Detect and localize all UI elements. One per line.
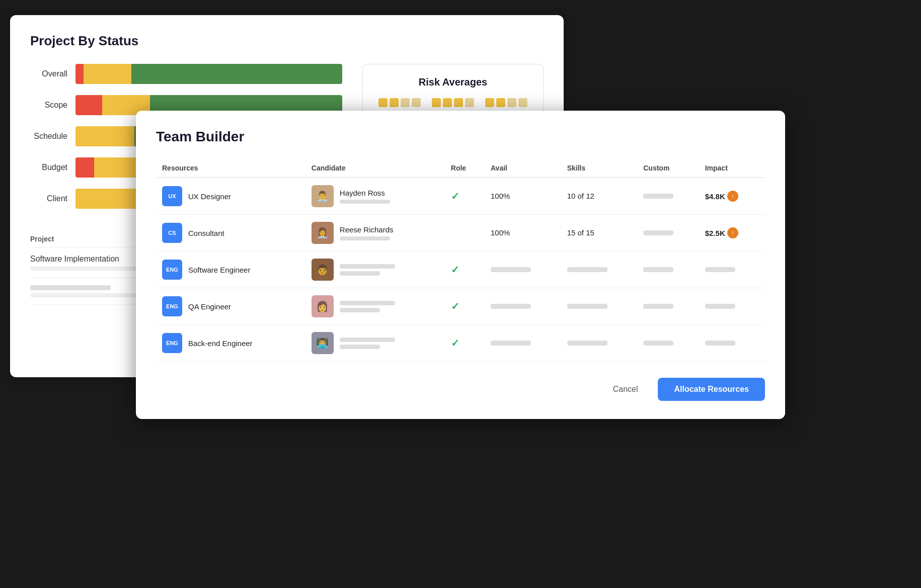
table-header: Resources Candidate Role Avail Skills Cu… [156,159,765,178]
table-row: CSConsultant👩‍💼Reese Richards100%15 of 1… [156,215,765,251]
risk-group-1 [378,98,421,107]
skills-cell [561,288,638,325]
team-builder-modal: Team Builder Resources Candidate Role Av… [136,111,785,419]
custom-bar [643,341,673,346]
risk-dot-faded [465,98,474,107]
resource-cell-content: UXUX Designer [162,186,299,206]
bar-segment-green [131,64,342,84]
risk-dot-faded [518,98,527,107]
risk-dot [390,98,399,107]
bar-label: Client [30,194,75,203]
risk-dot [443,98,452,107]
avail-text: 100% [491,228,510,237]
custom-bar [643,230,673,235]
resource-name-text: Software Engineer [188,266,250,274]
impact-cell [699,325,765,362]
team-table: Resources Candidate Role Avail Skills Cu… [156,159,765,362]
impact-cell: $4.8K↑ [699,178,765,215]
role-cell: ✓ [445,178,485,215]
resource-name-text: UX Designer [188,192,231,201]
candidate-name: Hayden Ross [340,189,390,197]
col-impact: Impact [699,159,765,178]
candidate-cell-content: 👨‍💼Hayden Ross [312,185,439,207]
header-row: Resources Candidate Role Avail Skills Cu… [156,159,765,178]
skills-cell: 15 of 15 [561,215,638,251]
cancel-button[interactable]: Cancel [603,380,648,399]
role-badge: ENG [162,333,182,353]
resources-cell: ENGQA Engineer [156,288,305,325]
impact-placeholder [705,267,735,272]
risk-dot [485,98,494,107]
bar-label: Overall [30,69,75,78]
check-icon: ✓ [451,264,459,275]
skills-text: 10 of 12 [567,192,594,200]
bar-label: Budget [30,163,75,172]
col-skills: Skills [561,159,638,178]
skills-placeholder [567,304,607,309]
avail-cell [485,251,561,288]
candidate-cell-content: 👨‍💻 [312,332,439,354]
candidate-bar-2 [340,308,380,312]
risk-dot [432,98,441,107]
custom-cell [637,251,699,288]
resource-cell-content: ENGQA Engineer [162,296,299,316]
custom-cell [637,288,699,325]
custom-bar [643,267,673,272]
up-arrow-icon: ↑ [727,227,738,238]
risk-dot [454,98,463,107]
candidate-cell-content: 👨 [312,259,439,281]
impact-cell: $2.5K↑ [699,215,765,251]
table-body: UXUX Designer👨‍💼Hayden Ross✓100%10 of 12… [156,178,765,362]
col-resources: Resources [156,159,305,178]
table-row: ENGQA Engineer👩✓ [156,288,765,325]
impact-value: $4.8K↑ [705,191,759,202]
bar-label: Schedule [30,132,75,141]
candidate-cell: 👩‍💼Reese Richards [305,215,445,251]
col-role: Role [445,159,485,178]
impact-placeholder [705,304,735,309]
candidate-cell-content: 👩‍💼Reese Richards [312,222,439,244]
impact-cell [699,288,765,325]
custom-cell [637,178,699,215]
role-cell: ✓ [445,325,485,362]
avail-cell: 100% [485,215,561,251]
avail-placeholder [491,267,531,272]
resources-cell: ENGSoftware Engineer [156,251,305,288]
bar-segment-yellow [75,126,134,146]
candidate-cell: 👨‍💻 [305,325,445,362]
candidate-name-wrap: Hayden Ross [340,189,390,204]
avatar: 👩‍💼 [312,222,334,244]
avail-cell: 100% [485,178,561,215]
check-icon: ✓ [451,338,459,349]
col-candidate: Candidate [305,159,445,178]
risk-group-2 [432,98,474,107]
table-row: ENGSoftware Engineer👨✓ [156,251,765,288]
candidate-sub-bar [340,236,390,240]
risk-dot-faded [412,98,421,107]
table-row: ENGBack-end Engineer👨‍💻✓ [156,325,765,362]
table-row: UXUX Designer👨‍💼Hayden Ross✓100%10 of 12… [156,178,765,215]
bar-segment-yellow [84,64,131,84]
avail-cell [485,325,561,362]
avail-text: 100% [491,192,510,200]
role-cell: ✓ [445,288,485,325]
risk-dot [496,98,505,107]
impact-placeholder [705,341,735,346]
placeholder-bar [30,285,111,290]
avail-placeholder [491,341,531,346]
resource-name-text: Consultant [188,229,224,237]
resources-cell: ENGBack-end Engineer [156,325,305,362]
avail-placeholder [491,304,531,309]
col-custom: Custom [637,159,699,178]
avatar: 👨‍💼 [312,185,334,207]
bar-segment-red [75,95,102,115]
check-icon: ✓ [451,191,459,202]
allocate-resources-button[interactable]: Allocate Resources [658,378,765,401]
bar-segment-red [75,157,94,178]
role-cell: ✓ [445,251,485,288]
col-avail: Avail [485,159,561,178]
bar-row: Overall [30,64,342,84]
candidate-cell: 👩 [305,288,445,325]
candidate-bar-2 [340,271,380,276]
candidate-sub-bar [340,200,390,204]
